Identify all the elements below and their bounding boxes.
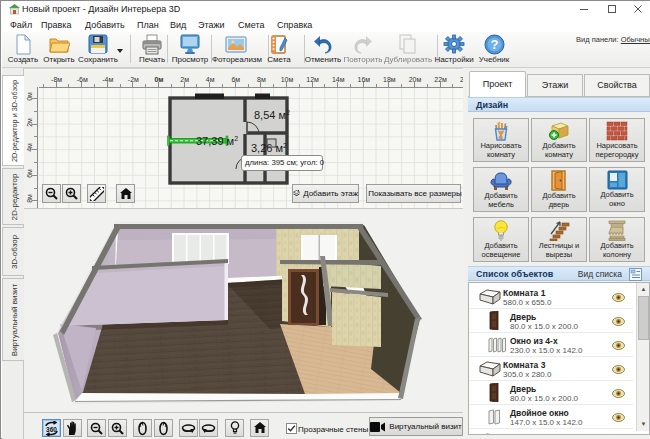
svg-text:3,26 м2: 3,26 м2 xyxy=(251,142,287,154)
svg-text:8,54 м2: 8,54 м2 xyxy=(254,109,290,121)
svg-text:360: 360 xyxy=(46,425,57,432)
svg-text:?: ? xyxy=(490,37,498,52)
svg-text:длина: 395 см; угол: 0: длина: 395 см; угол: 0 xyxy=(245,158,325,167)
svg-text:37,39 м2: 37,39 м2 xyxy=(196,135,238,147)
